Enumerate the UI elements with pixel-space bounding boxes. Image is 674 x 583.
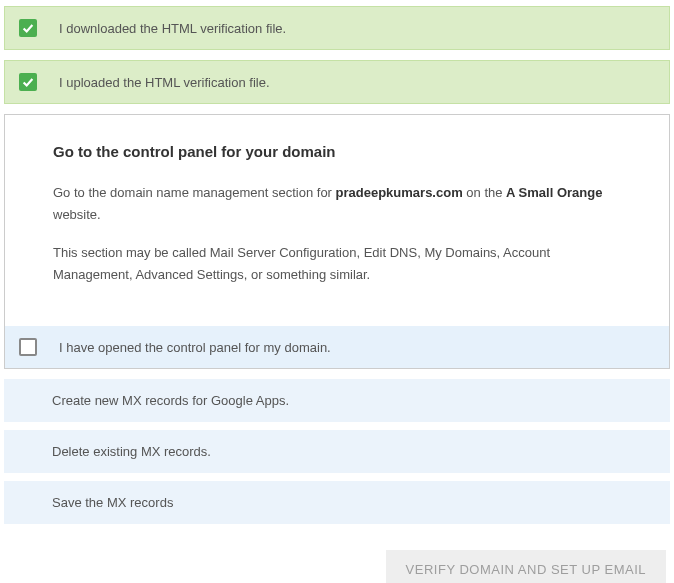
upcoming-step-label: Create new MX records for Google Apps.: [52, 393, 289, 408]
upcoming-step[interactable]: Delete existing MX records.: [4, 430, 670, 473]
panel-instruction-2: This section may be called Mail Server C…: [53, 242, 621, 286]
confirm-step-row[interactable]: I have opened the control panel for my d…: [5, 326, 669, 368]
checkmark-icon: [19, 73, 37, 91]
verify-domain-button[interactable]: VERIFY DOMAIN AND SET UP EMAIL: [386, 550, 666, 583]
checkmark-icon: [19, 19, 37, 37]
domain-name: pradeepkumars.com: [336, 185, 463, 200]
text-fragment: Go to the domain name management section…: [53, 185, 336, 200]
upcoming-step[interactable]: Save the MX records: [4, 481, 670, 524]
panel-title: Go to the control panel for your domain: [53, 143, 621, 160]
completed-step[interactable]: I uploaded the HTML verification file.: [4, 60, 670, 104]
host-name: A Small Orange: [506, 185, 602, 200]
panel-instruction-1: Go to the domain name management section…: [53, 182, 621, 226]
completed-step[interactable]: I downloaded the HTML verification file.: [4, 6, 670, 50]
text-fragment: website.: [53, 207, 101, 222]
completed-step-label: I downloaded the HTML verification file.: [59, 21, 286, 36]
checkbox-unchecked-icon[interactable]: [19, 338, 37, 356]
text-fragment: on the: [463, 185, 506, 200]
upcoming-step[interactable]: Create new MX records for Google Apps.: [4, 379, 670, 422]
current-step-panel: Go to the control panel for your domain …: [4, 114, 670, 369]
upcoming-step-label: Save the MX records: [52, 495, 173, 510]
upcoming-step-label: Delete existing MX records.: [52, 444, 211, 459]
action-row: VERIFY DOMAIN AND SET UP EMAIL: [4, 532, 670, 583]
panel-body: Go to the control panel for your domain …: [5, 115, 669, 326]
completed-step-label: I uploaded the HTML verification file.: [59, 75, 270, 90]
confirm-step-label: I have opened the control panel for my d…: [59, 340, 331, 355]
